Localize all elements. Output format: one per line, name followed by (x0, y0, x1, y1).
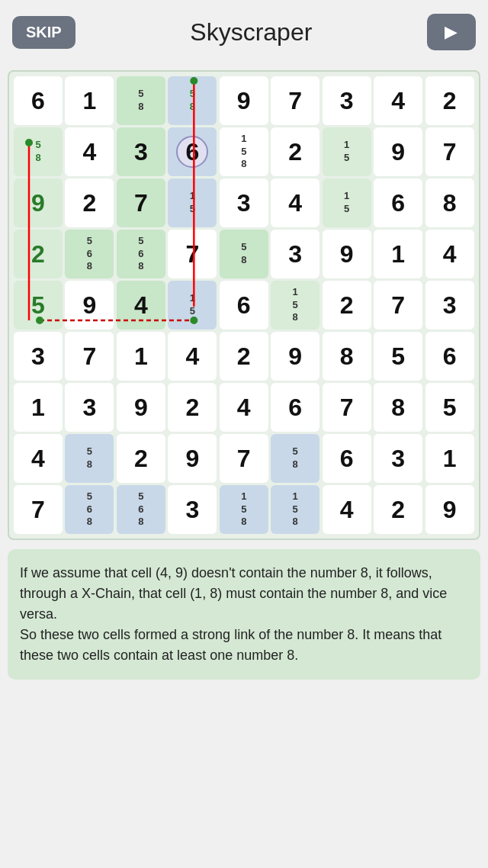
cell-r5-c1[interactable]: 5 (14, 281, 63, 330)
cell-candidates: 158 (293, 490, 298, 529)
cell-r6-c4[interactable]: 4 (168, 332, 217, 381)
cell-r5-c2[interactable]: 9 (65, 281, 114, 330)
cell-r8-c3[interactable]: 2 (117, 434, 165, 483)
cell-r1-c8[interactable]: 4 (374, 76, 422, 125)
cell-r3-c3[interactable]: 7 (117, 178, 165, 227)
cell-r1-c2[interactable]: 1 (65, 76, 114, 125)
cell-value: 4 (134, 291, 148, 320)
cell-r5-c7[interactable]: 2 (323, 281, 371, 330)
cell-r5-c9[interactable]: 3 (425, 281, 474, 330)
cell-r5-c8[interactable]: 7 (374, 281, 422, 330)
cell-r5-c5[interactable]: 6 (220, 281, 268, 330)
cell-r8-c8[interactable]: 3 (374, 434, 422, 483)
cell-r7-c6[interactable]: 6 (271, 383, 319, 432)
cell-r4-c3[interactable]: 568 (117, 230, 165, 278)
cell-value: 6 (237, 291, 251, 320)
cell-r1-c1[interactable]: 6 (14, 76, 63, 125)
cell-r3-c5[interactable]: 3 (220, 178, 268, 227)
cell-r4-c9[interactable]: 4 (425, 230, 474, 278)
cell-r1-c9[interactable]: 2 (425, 76, 474, 125)
cell-r7-c8[interactable]: 8 (374, 383, 422, 432)
cell-r5-c6[interactable]: 158 (271, 281, 319, 330)
cell-r4-c5[interactable]: 58 (220, 230, 268, 278)
cell-r4-c6[interactable]: 3 (271, 230, 319, 278)
cell-value: 4 (83, 138, 97, 166)
cell-value: 4 (443, 240, 457, 268)
cell-r3-c4[interactable]: 15 (168, 178, 217, 227)
cell-r9-c7[interactable]: 4 (323, 485, 371, 534)
cell-r1-c7[interactable]: 3 (323, 76, 371, 125)
cell-r9-c1[interactable]: 7 (14, 485, 63, 534)
cell-r7-c5[interactable]: 4 (220, 383, 268, 432)
cell-r7-c1[interactable]: 1 (14, 383, 63, 432)
cell-value: 4 (340, 496, 354, 524)
cell-r6-c3[interactable]: 1 (117, 332, 165, 381)
cell-r9-c9[interactable]: 9 (425, 485, 474, 534)
cell-candidates: 158 (241, 490, 246, 529)
cell-r9-c4[interactable]: 3 (168, 485, 217, 534)
cell-r8-c4[interactable]: 9 (168, 434, 217, 483)
cell-candidates: 568 (87, 235, 92, 274)
cell-r6-c2[interactable]: 7 (65, 332, 114, 381)
cell-candidates: 58 (241, 241, 246, 267)
cell-r8-c1[interactable]: 4 (14, 434, 63, 483)
cell-r6-c7[interactable]: 8 (323, 332, 371, 381)
cell-r2-c9[interactable]: 7 (425, 127, 474, 176)
cell-r6-c1[interactable]: 3 (14, 332, 63, 381)
cell-r7-c7[interactable]: 7 (323, 383, 371, 432)
cell-r7-c3[interactable]: 9 (117, 383, 165, 432)
cell-r1-c6[interactable]: 7 (271, 76, 319, 125)
cell-value: 3 (443, 291, 457, 320)
cell-r3-c7[interactable]: 15 (323, 178, 371, 227)
cell-r8-c6[interactable]: 58 (271, 434, 319, 483)
cell-r1-c4[interactable]: 58 (168, 76, 217, 125)
cell-r3-c6[interactable]: 4 (271, 178, 319, 227)
cell-r7-c2[interactable]: 3 (65, 383, 114, 432)
cell-r5-c3[interactable]: 4 (117, 281, 165, 330)
cell-r2-c4[interactable]: 6 (168, 127, 217, 176)
cell-r9-c8[interactable]: 2 (374, 485, 422, 534)
cell-r2-c7[interactable]: 15 (323, 127, 371, 176)
cell-r5-c4[interactable]: 15 (168, 281, 217, 330)
play-button[interactable]: ▶ (427, 14, 476, 50)
cell-r2-c5[interactable]: 158 (220, 127, 268, 176)
cell-r3-c9[interactable]: 8 (425, 178, 474, 227)
cell-value: 5 (443, 394, 457, 422)
cell-r3-c2[interactable]: 2 (65, 178, 114, 227)
cell-r1-c5[interactable]: 9 (220, 76, 268, 125)
cell-r6-c5[interactable]: 2 (220, 332, 268, 381)
cell-r4-c2[interactable]: 568 (65, 230, 114, 278)
cell-r6-c9[interactable]: 6 (425, 332, 474, 381)
cell-r2-c8[interactable]: 9 (374, 127, 422, 176)
cell-r9-c2[interactable]: 568 (65, 485, 114, 534)
cell-value: 3 (83, 394, 97, 422)
cell-r8-c2[interactable]: 58 (65, 434, 114, 483)
cell-r4-c1[interactable]: 2 (14, 230, 63, 278)
cell-r4-c4[interactable]: 7 (168, 230, 217, 278)
cell-r6-c6[interactable]: 9 (271, 332, 319, 381)
cell-r2-c2[interactable]: 4 (65, 127, 114, 176)
cell-r3-c1[interactable]: 9 (14, 178, 63, 227)
cell-r8-c7[interactable]: 6 (323, 434, 371, 483)
cell-value: 3 (31, 342, 45, 371)
cell-r4-c7[interactable]: 9 (323, 230, 371, 278)
cell-r7-c9[interactable]: 5 (425, 383, 474, 432)
cell-value: 1 (134, 342, 148, 371)
cell-r8-c5[interactable]: 7 (220, 434, 268, 483)
cell-r1-c3[interactable]: 58 (117, 76, 165, 125)
cell-r9-c5[interactable]: 158 (220, 485, 268, 534)
cell-candidates: 58 (190, 88, 195, 114)
cell-value: 7 (134, 189, 148, 217)
cell-r8-c9[interactable]: 1 (425, 434, 474, 483)
cell-r2-c6[interactable]: 2 (271, 127, 319, 176)
cell-r7-c4[interactable]: 2 (168, 383, 217, 432)
cell-r9-c3[interactable]: 568 (117, 485, 165, 534)
cell-r2-c1[interactable]: 58 (14, 127, 63, 176)
cell-value: 3 (288, 240, 302, 268)
cell-r6-c8[interactable]: 5 (374, 332, 422, 381)
cell-r4-c8[interactable]: 1 (374, 230, 422, 278)
skip-button[interactable]: SKIP (12, 16, 75, 49)
cell-r9-c6[interactable]: 158 (271, 485, 319, 534)
cell-r3-c8[interactable]: 6 (374, 178, 422, 227)
cell-r2-c3[interactable]: 3 (117, 127, 165, 176)
